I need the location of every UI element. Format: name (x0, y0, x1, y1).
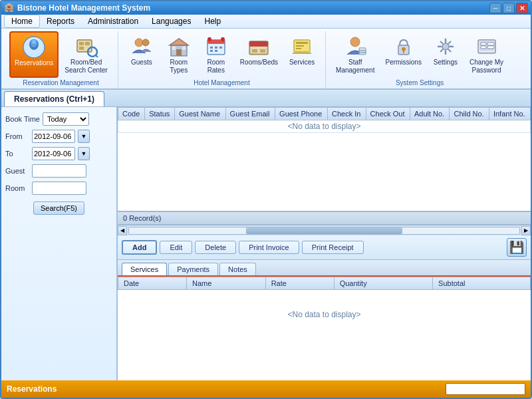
to-date-input[interactable] (32, 147, 75, 160)
svg-marker-13 (170, 39, 188, 45)
book-time-select[interactable]: Today This Week This Month All (43, 112, 89, 126)
statusbar-input[interactable] (446, 383, 525, 395)
rooms-beds-label: Rooms/Beds (240, 59, 278, 66)
guests-icon (130, 35, 154, 59)
col-guest-phone: Guest Phone (275, 107, 328, 120)
menu-home[interactable]: Home (4, 15, 40, 28)
settings-label: Settings (434, 59, 458, 66)
menu-languages[interactable]: Languages (145, 15, 198, 27)
statusbar: Reservations (1, 380, 531, 398)
room-input[interactable] (32, 182, 86, 195)
toolbar-reservations-button[interactable]: Reservations (9, 31, 59, 78)
col-infant-no: Infant No. (489, 107, 530, 120)
svg-rect-16 (182, 47, 186, 50)
svg-point-40 (402, 47, 406, 51)
edit-button[interactable]: Edit (160, 241, 192, 254)
subcol-name: Name (187, 277, 266, 290)
toolbar-room-bed-search-button[interactable]: Room/BedSearch Center (60, 31, 112, 78)
menu-help[interactable]: Help (198, 15, 227, 27)
scroll-right-button[interactable]: ▶ (521, 226, 531, 235)
toolbar-system-items: StaffManagement Permissions (331, 31, 508, 78)
guests-label: Guests (131, 59, 152, 66)
subcol-date: Date (118, 277, 187, 290)
search-button[interactable]: Search(F5) (33, 201, 84, 215)
menu-reports[interactable]: Reports (40, 15, 81, 27)
app-title: Bistone Hotel Management System (17, 3, 150, 13)
reservations-table: Code Status Guest Name Guest Email Guest… (118, 107, 531, 133)
subtab-notes[interactable]: Notes (219, 263, 256, 275)
content-area: Code Status Guest Name Guest Email Guest… (118, 107, 531, 380)
subcol-quantity: Quantity (334, 277, 432, 290)
print-receipt-button[interactable]: Print Receipt (302, 241, 364, 254)
svg-rect-14 (176, 49, 182, 56)
add-button[interactable]: Add (122, 240, 157, 255)
guest-input[interactable] (32, 164, 86, 178)
svg-rect-5 (79, 42, 84, 45)
to-date-picker-button[interactable]: ▼ (78, 147, 90, 160)
room-rates-label: RoomRates (207, 59, 225, 74)
svg-point-10 (135, 39, 143, 47)
menu-administration[interactable]: Administration (81, 15, 145, 27)
from-date-input[interactable] (32, 130, 75, 143)
to-filter: To ▼ (5, 147, 112, 160)
from-date-picker-button[interactable]: ▼ (78, 130, 90, 143)
action-bar: Add Edit Delete Print Invoice Print Rece… (118, 235, 531, 260)
subtab-payments[interactable]: Payments (168, 263, 218, 275)
subgrid-no-data-row: <No data to display> (118, 290, 531, 340)
toolbar-room-types-button[interactable]: RoomTypes (161, 31, 197, 78)
svg-rect-46 (487, 43, 494, 45)
svg-rect-48 (487, 46, 494, 49)
scroll-left-button[interactable]: ◀ (118, 226, 127, 235)
toolbar-services-button[interactable]: Services (284, 31, 320, 78)
toolbar-permissions-button[interactable]: Permissions (380, 31, 426, 78)
room-filter: Room (5, 182, 112, 195)
no-data-row: <No data to display> (118, 120, 531, 132)
toolbar-change-password-button[interactable]: Change MyPassword (465, 31, 508, 78)
maximize-button[interactable]: □ (503, 3, 515, 13)
svg-rect-36 (359, 48, 366, 55)
col-guest-name: Guest Name (175, 107, 225, 120)
toolbar-staff-mgmt-button[interactable]: StaffManagement (331, 31, 379, 78)
tab-reservations[interactable]: Reservations (Ctrl+1) (4, 91, 104, 106)
toolbar-guests-button[interactable]: Guests (124, 31, 160, 78)
save-button[interactable]: 💾 (507, 238, 527, 257)
no-data-message: <No data to display> (118, 120, 531, 132)
services-grid[interactable]: Date Name Rate Quantity Subtotal <No dat… (118, 277, 531, 380)
book-time-filter: Book Time Today This Week This Month All (5, 112, 112, 126)
close-button[interactable]: ✕ (516, 3, 528, 13)
toolbar-settings-button[interactable]: Settings (428, 31, 464, 78)
col-child-no: Child No. (450, 107, 489, 120)
subtab-services[interactable]: Services (122, 263, 167, 275)
svg-rect-22 (210, 50, 213, 52)
toolbar-group-hotel: Guests RoomTypes (118, 31, 326, 88)
services-label: Services (289, 59, 315, 66)
svg-line-9 (96, 55, 98, 57)
svg-rect-30 (260, 49, 265, 53)
scroll-track[interactable] (128, 227, 520, 235)
svg-rect-7 (79, 47, 84, 50)
print-invoice-button[interactable]: Print Invoice (239, 241, 299, 254)
main-grid[interactable]: Code Status Guest Name Guest Email Guest… (118, 107, 531, 211)
minimize-button[interactable]: ─ (489, 3, 501, 13)
scroll-thumb[interactable] (246, 227, 402, 234)
record-count: 0 Record(s) (118, 211, 531, 225)
toolbar-group-system-label: System Settings (331, 78, 508, 88)
svg-point-24 (207, 37, 211, 41)
tabbar: Reservations (Ctrl+1) (1, 90, 531, 107)
svg-rect-33 (296, 45, 304, 47)
subcol-rate: Rate (265, 277, 334, 290)
from-filter: From ▼ (5, 130, 112, 143)
settings-icon (434, 35, 458, 59)
svg-rect-32 (296, 42, 308, 44)
change-password-icon (475, 35, 499, 59)
toolbar-rooms-beds-button[interactable]: Rooms/Beds (235, 31, 283, 78)
subtab-bar: Services Payments Notes (118, 260, 531, 277)
svg-rect-47 (481, 46, 486, 49)
toolbar-hotel-items: Guests RoomTypes (124, 31, 320, 78)
staff-mgmt-label: StaffManagement (336, 59, 374, 74)
delete-button[interactable]: Delete (195, 241, 236, 254)
reservations-label: Reservations (15, 59, 53, 67)
toolbar-room-rates-button[interactable]: RoomRates (198, 31, 234, 78)
horizontal-scrollbar[interactable]: ◀ ▶ (118, 225, 531, 235)
toolbar-group-hotel-label: Hotel Management (124, 78, 320, 88)
